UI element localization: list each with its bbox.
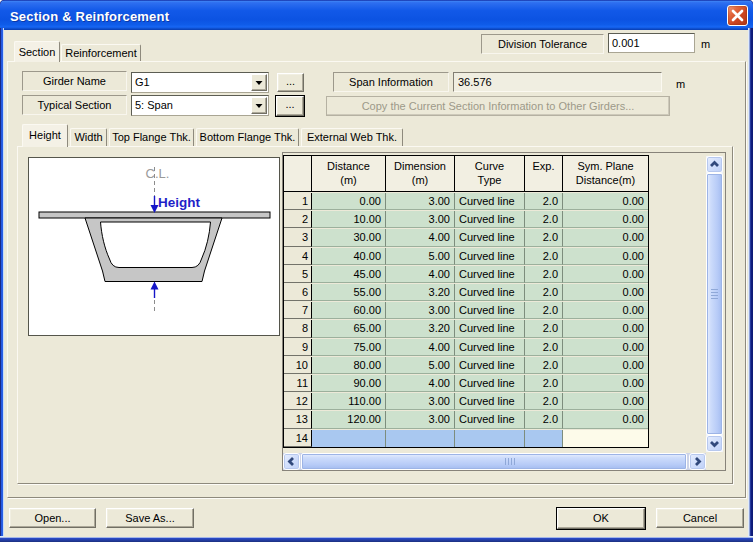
- svg-text:Height: Height: [158, 195, 201, 210]
- svg-text:C.L.: C.L.: [146, 166, 170, 181]
